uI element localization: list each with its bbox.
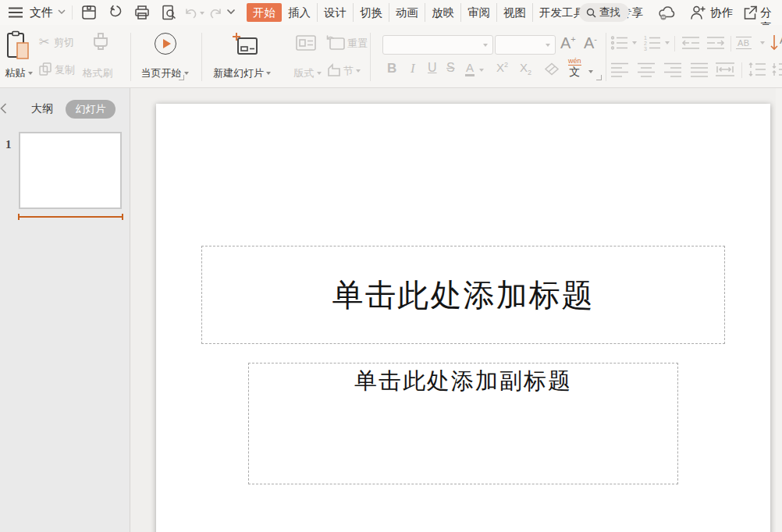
underline-button[interactable]: U xyxy=(428,61,437,75)
play-triangle xyxy=(163,39,171,48)
tab-design[interactable]: 设计 xyxy=(317,3,353,22)
font-name-select[interactable] xyxy=(382,35,493,55)
section-icon[interactable] xyxy=(326,62,342,78)
undo-dropdown-caret[interactable] xyxy=(200,12,204,15)
paste-caret xyxy=(28,72,33,75)
paste-button[interactable]: 粘贴 xyxy=(2,66,36,80)
new-slide-button[interactable]: 新建幻灯片 xyxy=(206,66,278,80)
file-menu[interactable]: 文件 xyxy=(30,5,53,20)
strikethrough-button[interactable]: S xyxy=(446,61,455,75)
tab-insert[interactable]: 插入 xyxy=(282,3,317,22)
numbered-list-icon[interactable]: 123 xyxy=(643,35,662,51)
font-color-caret[interactable] xyxy=(479,69,484,72)
menubar-separator xyxy=(72,5,73,20)
print-preview-icon[interactable] xyxy=(160,4,177,21)
layout-icon[interactable] xyxy=(295,34,317,51)
cut-button[interactable]: 剪切 xyxy=(54,36,74,50)
superscript-button[interactable]: X2 xyxy=(496,61,508,74)
share-icon[interactable] xyxy=(743,5,758,20)
slide-panel: 大纲 幻灯片 1 xyxy=(0,88,130,532)
undo-icon[interactable] xyxy=(184,6,197,19)
redo-icon[interactable] xyxy=(209,6,222,19)
tab-review[interactable]: 审阅 xyxy=(460,3,496,22)
subscript-button[interactable]: X2 xyxy=(520,61,531,76)
group-separator xyxy=(201,33,202,81)
align-center-icon[interactable] xyxy=(637,62,656,77)
insertion-indicator-cap xyxy=(18,214,20,220)
ribbon-toolbar: 粘贴 ✂ 剪切 复制 格式刷 当页开始 新建幻灯片 版式 重置 节 xyxy=(0,25,782,88)
font-size-select[interactable] xyxy=(495,35,556,55)
insertion-indicator xyxy=(19,216,123,218)
format-painter-button[interactable]: 格式刷 xyxy=(81,66,114,80)
tab-slideshow[interactable]: 放映 xyxy=(425,3,460,22)
tab-outline[interactable]: 大纲 xyxy=(31,102,53,116)
paste-icon[interactable] xyxy=(5,30,30,62)
phonetic-caret[interactable] xyxy=(588,70,593,73)
search-box[interactable]: 查找 xyxy=(579,3,629,22)
phonetic-guide-button[interactable]: wén 文 xyxy=(568,58,581,77)
bullet-list-icon[interactable] xyxy=(610,35,629,51)
inner-separator xyxy=(730,36,731,51)
clear-format-icon[interactable] xyxy=(543,62,560,77)
new-slide-caret xyxy=(266,72,271,75)
tab-animation[interactable]: 动画 xyxy=(389,3,425,22)
hamburger-menu-icon[interactable] xyxy=(8,7,23,18)
align-right-icon[interactable] xyxy=(663,62,682,77)
justify-icon[interactable] xyxy=(690,62,709,77)
increase-indent-icon[interactable] xyxy=(706,35,726,51)
print-icon[interactable] xyxy=(133,4,151,21)
font-color-button[interactable]: A xyxy=(465,61,475,75)
section-button[interactable]: 节 xyxy=(343,64,361,78)
numbered-list-caret[interactable] xyxy=(665,41,670,44)
format-painter-icon[interactable] xyxy=(91,32,111,62)
tab-transitions[interactable]: 切换 xyxy=(353,3,389,22)
file-menu-chevron-icon[interactable] xyxy=(58,9,66,15)
vertical-scrollbar[interactable] xyxy=(776,88,782,532)
export-pdf-icon[interactable] xyxy=(107,4,124,21)
new-slide-icon[interactable] xyxy=(231,30,259,59)
increase-font-size-button[interactable]: A+ xyxy=(560,34,576,52)
more-quick-actions-icon[interactable] xyxy=(226,9,236,15)
reset-icon[interactable] xyxy=(325,34,346,52)
save-icon[interactable] xyxy=(80,4,98,21)
tab-slides[interactable]: 幻灯片 xyxy=(66,100,116,119)
reset-button[interactable]: 重置 xyxy=(347,37,368,51)
collaborate-button[interactable]: 协作 xyxy=(710,5,733,20)
font-dialog-launcher[interactable] xyxy=(596,75,602,80)
group-separator xyxy=(370,33,371,81)
decrease-font-size-button[interactable]: A- xyxy=(584,34,597,52)
cloud-sync-icon[interactable] xyxy=(657,5,677,21)
slide-thumbnail[interactable] xyxy=(19,132,122,209)
add-collaborator-icon[interactable] xyxy=(690,5,706,20)
inner-separator xyxy=(741,62,742,78)
character-border-button[interactable]: AB xyxy=(736,37,752,49)
bold-button[interactable]: B xyxy=(387,61,396,76)
subtitle-placeholder[interactable]: 单击此处添加副标题 xyxy=(248,363,678,484)
svg-text:3: 3 xyxy=(644,46,647,51)
decrease-indent-icon[interactable] xyxy=(681,35,701,51)
text-direction-icon[interactable]: A xyxy=(770,34,782,52)
distribute-text-icon[interactable] xyxy=(715,62,735,77)
search-icon xyxy=(586,8,596,18)
title-placeholder[interactable]: 单击此处添加标题 xyxy=(201,246,725,344)
italic-button[interactable]: I xyxy=(411,61,415,76)
line-spacing-decrease-icon[interactable] xyxy=(771,62,782,77)
slide-page[interactable]: 单击此处添加标题 单击此处添加副标题 xyxy=(156,104,770,532)
tab-home[interactable]: 开始 xyxy=(247,3,282,22)
font-name-caret xyxy=(483,44,488,47)
play-from-current-icon[interactable] xyxy=(155,33,176,55)
character-border-caret[interactable] xyxy=(760,41,765,44)
search-label: 查找 xyxy=(599,5,620,20)
align-left-icon[interactable] xyxy=(610,62,629,77)
tab-view[interactable]: 视图 xyxy=(496,3,532,22)
copy-button[interactable]: 复制 xyxy=(55,63,75,77)
line-spacing-increase-icon[interactable] xyxy=(748,62,766,77)
play-caret xyxy=(184,72,189,75)
bullet-list-caret[interactable] xyxy=(632,41,637,44)
slide-number: 1 xyxy=(5,138,12,151)
layout-button[interactable]: 版式 xyxy=(290,66,325,80)
cut-icon[interactable]: ✂ xyxy=(39,34,49,49)
copy-icon[interactable] xyxy=(38,62,52,76)
collapse-panel-icon[interactable] xyxy=(0,103,7,114)
play-from-current-button[interactable]: 当页开始 xyxy=(131,66,198,80)
